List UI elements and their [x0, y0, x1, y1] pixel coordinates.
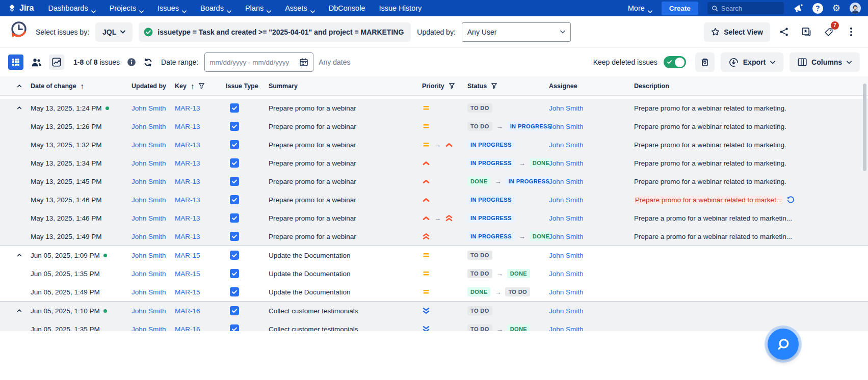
keep-deleted-toggle[interactable] [664, 56, 686, 68]
key-sort-asc-icon[interactable]: ↑ [191, 82, 195, 90]
issue-key-link[interactable]: MAR-13 [175, 178, 200, 185]
assignee-link[interactable]: John Smith [549, 178, 584, 185]
task-type-icon[interactable] [230, 306, 239, 315]
saved-views-button[interactable] [798, 23, 815, 41]
nav-item-dashboards[interactable]: Dashboards [48, 4, 95, 12]
info-icon[interactable] [127, 58, 136, 67]
restore-description-icon[interactable] [786, 196, 795, 204]
labels-button[interactable]: 7 [820, 23, 837, 41]
task-type-icon[interactable] [230, 122, 239, 131]
nav-item-plans[interactable]: Plans [245, 4, 271, 12]
issue-key-link[interactable]: MAR-13 [175, 141, 200, 149]
issue-key-link[interactable]: MAR-13 [175, 159, 200, 167]
assignee-link[interactable]: John Smith [549, 270, 584, 278]
collapse-all-icon[interactable] [8, 83, 31, 89]
nav-item-assets[interactable]: Assets [285, 4, 315, 12]
assignee-link[interactable]: John Smith [549, 196, 584, 204]
updated-by-link[interactable]: John Smith [131, 159, 166, 167]
priority-filter-icon[interactable] [449, 83, 455, 89]
export-button[interactable]: Export [721, 52, 783, 72]
nav-item-issue-history[interactable]: Issue History [379, 4, 422, 12]
assignee-link[interactable]: John Smith [549, 325, 584, 332]
updated-by-link[interactable]: John Smith [131, 307, 166, 315]
user-avatar[interactable] [850, 3, 861, 14]
task-type-icon[interactable] [230, 158, 239, 168]
search-input[interactable] [721, 5, 780, 12]
assignee-link[interactable]: John Smith [549, 252, 584, 259]
task-type-icon[interactable] [230, 140, 239, 149]
collapse-group-icon[interactable] [8, 105, 31, 111]
assignee-link[interactable]: John Smith [549, 307, 584, 315]
updated-by-link[interactable]: John Smith [131, 325, 166, 332]
floating-search-fab[interactable] [768, 329, 799, 360]
updated-by-link[interactable]: John Smith [131, 233, 166, 240]
assignee-link[interactable]: John Smith [549, 141, 584, 149]
assignee-link[interactable]: John Smith [549, 233, 584, 240]
people-view-button[interactable] [29, 55, 44, 70]
collapse-group-icon[interactable] [8, 308, 31, 314]
updated-by-link[interactable]: John Smith [131, 252, 166, 259]
task-type-icon[interactable] [230, 232, 239, 241]
updated-by-link[interactable]: John Smith [131, 288, 166, 296]
create-button[interactable]: Create [662, 2, 698, 15]
jql-query-pill[interactable]: issuetype = Task and created >= "2025-04… [139, 22, 411, 42]
issue-key-link[interactable]: MAR-13 [175, 123, 200, 130]
task-type-icon[interactable] [230, 287, 239, 296]
task-type-icon[interactable] [230, 103, 239, 113]
issue-key-link[interactable]: MAR-13 [175, 104, 200, 112]
global-search[interactable] [707, 2, 784, 14]
collapse-group-icon[interactable] [8, 252, 31, 258]
task-type-icon[interactable] [230, 195, 239, 204]
columns-button[interactable]: Columns [790, 52, 860, 72]
grid-view-button[interactable] [8, 55, 23, 70]
gear-icon[interactable]: ⚙ [832, 3, 840, 14]
updated-by-link[interactable]: John Smith [131, 104, 166, 112]
sort-asc-icon[interactable]: ↑ [81, 82, 85, 90]
task-type-icon[interactable] [230, 324, 239, 331]
updated-by-select[interactable]: Any User [462, 22, 571, 42]
issue-key-link[interactable]: MAR-15 [175, 270, 200, 278]
task-type-icon[interactable] [230, 269, 239, 278]
jira-logo[interactable]: Jira [7, 4, 34, 13]
share-button[interactable] [775, 23, 793, 41]
assignee-link[interactable]: John Smith [549, 123, 584, 130]
query-mode-dropdown[interactable]: JQL [95, 22, 133, 42]
task-type-icon[interactable] [230, 177, 239, 186]
task-type-icon[interactable] [230, 251, 239, 260]
issue-key-link[interactable]: MAR-16 [175, 325, 200, 332]
task-type-icon[interactable] [230, 213, 239, 223]
nav-item-issues[interactable]: Issues [157, 4, 187, 12]
vertical-scrollbar[interactable] [863, 84, 866, 171]
assignee-link[interactable]: John Smith [549, 288, 584, 296]
nav-item-dbconsole[interactable]: DbConsole [329, 4, 365, 12]
status-filter-icon[interactable] [491, 83, 497, 89]
updated-by-link[interactable]: John Smith [131, 214, 166, 222]
announcements-icon[interactable] [793, 4, 803, 13]
issue-key-link[interactable]: MAR-16 [175, 307, 200, 315]
assignee-link[interactable]: John Smith [549, 104, 584, 112]
issue-key-link[interactable]: MAR-13 [175, 233, 200, 240]
updated-by-link[interactable]: John Smith [131, 123, 166, 130]
assignee-link[interactable]: John Smith [549, 159, 584, 167]
nav-item-projects[interactable]: Projects [110, 4, 144, 12]
select-view-button[interactable]: Select View [704, 22, 770, 42]
chart-view-button[interactable] [49, 55, 64, 70]
assignee-link[interactable]: John Smith [549, 214, 584, 222]
calendar-icon[interactable] [299, 58, 308, 67]
key-filter-icon[interactable] [198, 83, 205, 89]
issue-key-link[interactable]: MAR-13 [175, 214, 200, 222]
more-actions-kebab[interactable] [843, 23, 860, 41]
updated-by-link[interactable]: John Smith [131, 270, 166, 278]
updated-by-link[interactable]: John Smith [131, 196, 166, 204]
trash-button[interactable] [695, 52, 715, 72]
updated-by-link[interactable]: John Smith [131, 141, 166, 149]
date-range-input[interactable] [209, 59, 296, 66]
updated-by-link[interactable]: John Smith [131, 178, 166, 185]
issue-key-link[interactable]: MAR-13 [175, 196, 200, 204]
issue-key-link[interactable]: MAR-15 [175, 288, 200, 296]
refresh-icon[interactable] [143, 58, 153, 67]
nav-more[interactable]: More [628, 4, 652, 12]
nav-item-boards[interactable]: Boards [200, 4, 231, 12]
help-icon[interactable]: ? [812, 3, 823, 14]
issue-key-link[interactable]: MAR-15 [175, 252, 200, 259]
